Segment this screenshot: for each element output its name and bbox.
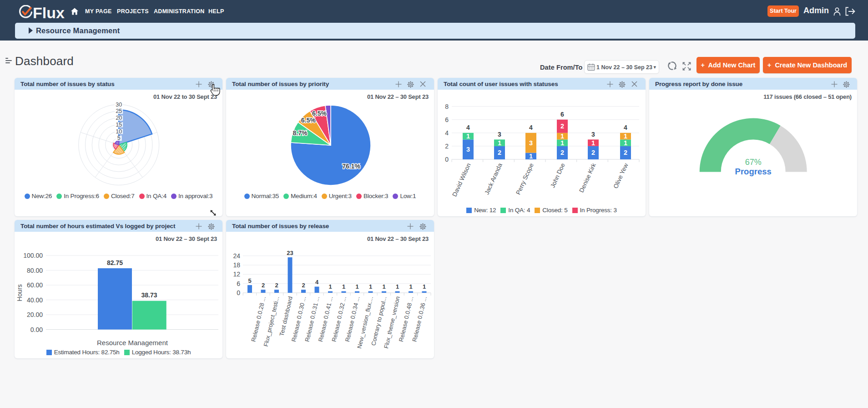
svg-text:Progress: Progress — [735, 167, 772, 176]
svg-text:1: 1 — [624, 133, 627, 140]
svg-text:4: 4 — [315, 279, 319, 286]
svg-text:2: 2 — [560, 149, 564, 156]
svg-text:2: 2 — [275, 282, 278, 289]
svg-text:Denise Kirk: Denise Kirk — [578, 162, 597, 194]
svg-text:38.73: 38.73 — [141, 291, 157, 299]
svg-text:1: 1 — [466, 133, 470, 140]
svg-text:20.00: 20.00 — [27, 311, 43, 318]
svg-text:0: 0 — [445, 156, 449, 163]
svg-text:6: 6 — [237, 280, 240, 287]
svg-text:60.00: 60.00 — [27, 281, 43, 289]
svg-text:30: 30 — [116, 102, 122, 108]
svg-text:2: 2 — [624, 149, 627, 156]
svg-text:2: 2 — [498, 149, 501, 156]
svg-text:24: 24 — [233, 252, 240, 260]
svg-text:Jack Aranda: Jack Aranda — [483, 162, 504, 196]
svg-text:Hours: Hours — [16, 284, 23, 301]
svg-text:6: 6 — [445, 116, 449, 123]
svg-text:23: 23 — [287, 250, 293, 256]
svg-text:40.00: 40.00 — [27, 296, 43, 304]
svg-text:Release 0.0.36 ...: Release 0.0.36 ... — [411, 296, 428, 342]
svg-text:1: 1 — [328, 283, 332, 290]
svg-text:5: 5 — [117, 135, 121, 141]
svg-text:1: 1 — [560, 133, 564, 140]
svg-text:5: 5 — [248, 277, 251, 284]
svg-text:1: 1 — [342, 283, 345, 290]
svg-text:82.75: 82.75 — [107, 259, 123, 266]
svg-text:4: 4 — [445, 129, 449, 137]
svg-text:12: 12 — [233, 270, 240, 278]
svg-text:Olive Yew: Olive Yew — [612, 162, 629, 189]
svg-text:6.5%: 6.5% — [312, 110, 327, 117]
svg-text:0: 0 — [237, 289, 240, 296]
svg-text:67%: 67% — [745, 158, 762, 167]
svg-text:4: 4 — [529, 124, 533, 131]
svg-text:1: 1 — [382, 283, 385, 290]
svg-text:2: 2 — [445, 143, 449, 150]
svg-text:2: 2 — [591, 149, 595, 156]
svg-text:18: 18 — [233, 261, 240, 269]
svg-text:8: 8 — [445, 103, 449, 110]
svg-text:3: 3 — [591, 131, 595, 138]
svg-text:1: 1 — [560, 139, 564, 147]
svg-text:3: 3 — [498, 131, 501, 138]
svg-text:25: 25 — [116, 108, 122, 114]
svg-text:1: 1 — [409, 283, 412, 290]
svg-text:Perry Scope: Perry Scope — [515, 162, 535, 196]
svg-text:Resource Management: Resource Management — [97, 339, 168, 347]
svg-text:1: 1 — [369, 283, 372, 290]
svg-text:2: 2 — [262, 282, 265, 289]
svg-text:4: 4 — [624, 124, 627, 131]
svg-text:8.7%: 8.7% — [293, 129, 308, 137]
svg-text:76.1%: 76.1% — [342, 163, 360, 170]
svg-text:6: 6 — [560, 111, 564, 118]
svg-text:20: 20 — [116, 115, 122, 121]
svg-text:1: 1 — [498, 139, 501, 147]
svg-text:4: 4 — [466, 124, 470, 131]
svg-text:1: 1 — [355, 283, 358, 290]
svg-text:15: 15 — [116, 122, 122, 128]
svg-text:100.00: 100.00 — [23, 252, 43, 259]
svg-text:1: 1 — [624, 139, 627, 147]
svg-text:John Doe: John Doe — [549, 162, 566, 189]
svg-text:David Wilson: David Wilson — [451, 162, 472, 198]
svg-text:1: 1 — [396, 283, 399, 290]
svg-text:3: 3 — [466, 146, 470, 153]
svg-text:1: 1 — [591, 139, 595, 147]
svg-text:0.00: 0.00 — [30, 326, 43, 333]
svg-text:3: 3 — [529, 139, 533, 147]
svg-text:2: 2 — [560, 122, 564, 130]
svg-text:2: 2 — [302, 282, 305, 289]
svg-text:10: 10 — [116, 128, 122, 135]
svg-text:80.00: 80.00 — [27, 267, 43, 274]
svg-text:1: 1 — [529, 153, 533, 160]
svg-text:1: 1 — [423, 283, 426, 290]
svg-text:Test dashboard: Test dashboard — [278, 296, 294, 337]
svg-text:6.5%: 6.5% — [301, 117, 316, 124]
